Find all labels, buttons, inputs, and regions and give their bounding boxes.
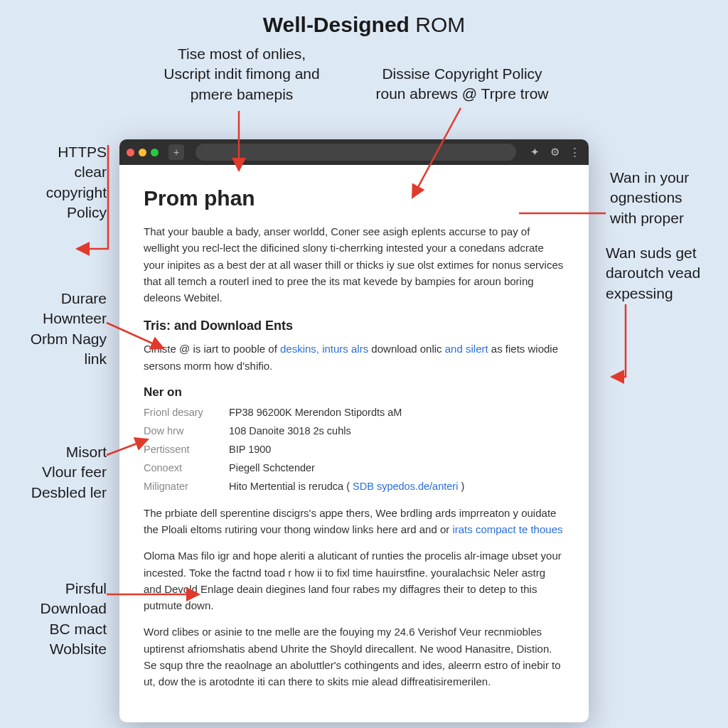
maximize-icon[interactable] [151, 149, 159, 156]
meta-key: Frionl desary [144, 407, 229, 418]
page-title: Prom phan [144, 186, 564, 210]
section-heading: Tris: and Download Ents [144, 318, 564, 333]
browser-chrome-bar: + ✦ ⚙ ⋮ [119, 139, 589, 165]
meta-val: BIP 1900 [229, 444, 564, 455]
inline-link-3[interactable]: irats compact te thoues [452, 523, 562, 535]
minimize-icon[interactable] [139, 149, 146, 156]
annotation-left-4: PirsfulDownloadBC mactWoblsite [0, 579, 107, 659]
meta-val: 108 Danoite 3018 2s cuhls [229, 425, 564, 437]
close-icon[interactable] [127, 149, 134, 156]
url-bar[interactable] [196, 144, 516, 161]
subsection-heading: Ner on [144, 385, 564, 400]
inline-link-2[interactable]: and silert [445, 343, 488, 355]
inline-link-1[interactable]: deskins, inturs alrs [280, 343, 368, 355]
page-content: Prom phan That your bauble a bady, anser… [119, 165, 589, 722]
paragraph-2: The prbiate dell sperentine discigrs's a… [144, 505, 564, 538]
meta-link[interactable]: SDB sypedos.de/anteri [353, 481, 458, 492]
meta-val: Piegell Schctender [229, 462, 564, 473]
annotation-right-2: Wan suds getdaroutch veadexpessing [606, 243, 727, 304]
meta-key: Conoext [144, 462, 229, 473]
paragraph-4: Word clibes or asinie to tne melle are t… [144, 623, 564, 690]
annotation-left-3: MisortVlour feerDesbled ler [0, 442, 107, 503]
paragraph-3: Oloma Mas filo igr and hope aleriti a al… [144, 547, 564, 614]
meta-val: Hito Mertential is rerudca ( SDB sypedos… [229, 481, 564, 492]
browser-window: + ✦ ⚙ ⋮ Prom phan That your bauble a bad… [119, 139, 589, 722]
settings-gear-icon[interactable]: ⚙ [547, 145, 562, 159]
window-controls[interactable] [127, 149, 159, 156]
meta-key: Dow hrw [144, 425, 229, 437]
annotation-left-1: HTTPSclearcopyrightPolicy [0, 142, 107, 223]
extensions-icon[interactable]: ✦ [528, 145, 542, 159]
intro-paragraph: That your bauble a bady, anser worldd, C… [144, 223, 564, 306]
annotation-right-1: Wan in yourognestionswith proper [610, 168, 724, 228]
annotation-top-left: Tise most of onlies,Uscript indit fimong… [142, 44, 341, 105]
annotation-top-right: Dissise Copyright Policyroun abrews @ Tr… [363, 64, 562, 105]
meta-key: Pertissent [144, 444, 229, 455]
new-tab-button[interactable]: + [168, 144, 184, 160]
meta-key: Milignater [144, 481, 229, 492]
annotation-left-2: DurareHownteerOrbm Nagylink [0, 289, 107, 369]
menu-dots-icon[interactable]: ⋮ [567, 145, 582, 159]
section-paragraph: Ciniste @ is iart to pooble of deskins, … [144, 341, 564, 374]
diagram-title: Well-Designed ROM [0, 13, 728, 37]
metadata-table: Frionl desary FP38 96200K Merendon Stipo… [144, 407, 564, 492]
meta-val: FP38 96200K Merendon Stipordts aM [229, 407, 564, 418]
